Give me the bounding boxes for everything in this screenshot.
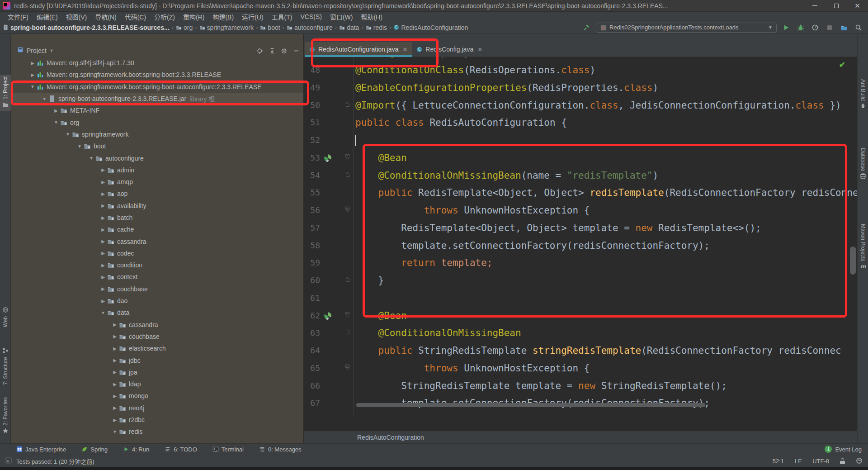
tree-row[interactable]: ▶Maven: org.springframework.boot:spring-… (11, 69, 303, 81)
toolwindow-button-4-run[interactable]: 4: Run (123, 446, 149, 453)
chevron-expanded-icon[interactable]: ▼ (111, 429, 118, 434)
tree-row[interactable]: ▶cassandra (11, 319, 303, 331)
menu-item[interactable]: 文件(F) (4, 12, 33, 21)
spring-bean-gutter-icon[interactable] (324, 154, 332, 162)
toolwindow-button-java-enterprise[interactable]: EEJava Enterprise (16, 446, 66, 453)
fold-marker-icon[interactable] (344, 154, 351, 162)
chevron-collapsed-icon[interactable]: ▶ (111, 358, 118, 363)
code-line-62[interactable]: 62 @Bean (304, 307, 848, 325)
chevron-collapsed-icon[interactable]: ▶ (111, 370, 118, 375)
code-line-55[interactable]: 55 public RedisTemplate<Object, Object> … (304, 184, 848, 202)
toolwindow-tab-7-structure[interactable]: 7: Structure (0, 347, 11, 385)
code-line-68[interactable]: 68 return template; (304, 412, 848, 415)
collapse-all-icon[interactable] (269, 47, 275, 54)
code-line-54[interactable]: 54 @ConditionalOnMissingBean(name = "red… (304, 167, 848, 185)
tree-row[interactable]: ▶couchbase (11, 331, 303, 342)
menu-item[interactable]: 编辑(E) (33, 12, 62, 21)
toolwindow-switcher-icon[interactable] (5, 457, 12, 465)
chevron-collapsed-icon[interactable]: ▶ (99, 167, 107, 172)
vertical-scrollbar[interactable] (850, 247, 856, 275)
tree-row[interactable]: ▼autoconfigure (11, 152, 303, 164)
chevron-collapsed-icon[interactable]: ▶ (99, 275, 107, 280)
chevron-expanded-icon[interactable]: ▼ (99, 310, 107, 315)
tree-row[interactable]: ▶couchbase (11, 283, 303, 295)
code-line-65[interactable]: 65 throws UnknownHostException { (304, 360, 848, 377)
settings-icon[interactable] (281, 47, 288, 54)
tree-row[interactable]: ▶admin (11, 164, 303, 176)
stop-button[interactable] (825, 23, 835, 33)
horizontal-scrollbar[interactable] (356, 403, 705, 407)
fold-marker-icon[interactable] (344, 101, 351, 109)
toolwindow-tab-ant-build[interactable]: Ant Build (858, 79, 868, 110)
fold-marker-icon[interactable] (344, 206, 351, 214)
tree-row[interactable]: ▶codec (11, 247, 303, 259)
chevron-collapsed-icon[interactable]: ▶ (29, 72, 36, 77)
menu-item[interactable]: 帮助(H) (357, 12, 386, 21)
menu-item[interactable]: 分析(Z) (150, 12, 179, 21)
tree-row[interactable]: ▼org (11, 116, 303, 128)
chevron-collapsed-icon[interactable]: ▶ (99, 286, 107, 291)
chevron-collapsed-icon[interactable]: ▶ (111, 394, 118, 399)
chevron-collapsed-icon[interactable]: ▶ (99, 180, 107, 185)
tree-row[interactable]: ▶aop (11, 188, 303, 199)
tree-row[interactable]: ▼data (11, 307, 303, 318)
chevron-collapsed-icon[interactable]: ▶ (111, 346, 118, 351)
chevron-collapsed-icon[interactable]: ▶ (52, 108, 60, 113)
tree-row[interactable]: ▶availability (11, 200, 303, 212)
run-button[interactable] (781, 23, 791, 33)
search-everywhere-icon[interactable] (854, 23, 863, 33)
breadcrumb-item[interactable]: spring-boot-autoconfigure-2.3.3.RELEASE-… (3, 24, 170, 31)
chevron-expanded-icon[interactable]: ▼ (52, 120, 60, 125)
breadcrumb-item[interactable]: redis (366, 24, 387, 31)
fold-marker-icon[interactable] (344, 171, 351, 180)
menu-item[interactable]: 工具(T) (268, 12, 297, 21)
code-line-49[interactable]: 49@EnableConfigurationProperties(RedisPr… (304, 79, 848, 97)
chevron-expanded-icon[interactable]: ▼ (76, 144, 83, 149)
tree-row[interactable]: ▶META-INF (11, 104, 303, 116)
chevron-collapsed-icon[interactable]: ▶ (99, 263, 107, 268)
spring-bean-gutter-icon[interactable] (324, 312, 332, 320)
breadcrumb-item[interactable]: springframework (199, 24, 254, 31)
hide-icon[interactable] (293, 47, 300, 54)
line-separator[interactable]: LF (795, 458, 802, 465)
code-line-57[interactable]: 57 RedisTemplate<Object, Object> templat… (304, 219, 848, 237)
fold-marker-icon[interactable] (344, 364, 351, 372)
tree-row[interactable]: ▶r2dbc (11, 414, 303, 426)
breadcrumb-item[interactable]: org (176, 24, 193, 31)
toolwindow-tab-1-project[interactable]: 1: Project (0, 75, 11, 111)
chevron-expanded-icon[interactable]: ▼ (41, 96, 48, 101)
fold-marker-icon[interactable] (344, 312, 351, 320)
tree-row[interactable]: ▶batch (11, 212, 303, 223)
chevron-collapsed-icon[interactable]: ▶ (111, 405, 118, 410)
code-area[interactable]: 47@Configuration(proxyBeanMethods = fals… (304, 57, 857, 415)
file-encoding[interactable]: UTF-8 (812, 458, 829, 465)
code-line-52[interactable]: 52 (304, 132, 848, 149)
status-message[interactable]: Tests passed: 1 (20 分钟之前) (16, 457, 94, 465)
code-line-61[interactable]: 61 (304, 290, 848, 307)
chevron-collapsed-icon[interactable]: ▶ (111, 418, 118, 423)
code-line-51[interactable]: 51public class RedisAutoConfiguration { (304, 114, 848, 132)
run-configuration-select[interactable]: Redis02SpringbootApplicationTests.contex… (596, 23, 777, 33)
tree-row[interactable]: ▶context (11, 271, 303, 283)
tree-row[interactable]: ▼spring-boot-autoconfigure-2.3.3.RELEASE… (11, 93, 303, 104)
breadcrumb-item[interactable]: boot (260, 24, 280, 31)
toolwindow-button-terminal[interactable]: Terminal (212, 446, 244, 453)
fold-marker-icon[interactable] (344, 276, 351, 285)
toolwindow-button-spring[interactable]: Spring (81, 446, 108, 453)
debug-button[interactable] (796, 23, 806, 33)
code-line-63[interactable]: 63 @ConditionalOnMissingBean (304, 324, 848, 342)
chevron-down-icon[interactable]: ▼ (50, 48, 54, 53)
chevron-collapsed-icon[interactable]: ▶ (111, 334, 118, 339)
event-log-button[interactable]: 1Event Log (825, 446, 862, 453)
toolwindow-tab-maven-projects[interactable]: Maven Projectsm (858, 224, 868, 271)
tree-row[interactable]: ▶Maven: org.slf4j:slf4j-api:1.7.30 (11, 57, 303, 69)
tree-row[interactable]: ▶elasticsearch (11, 342, 303, 354)
tree-row[interactable]: ▼Maven: org.springframework.boot:spring-… (11, 81, 303, 93)
breadcrumb-item[interactable]: data (339, 24, 359, 31)
tree-row[interactable]: ▶neo4j (11, 402, 303, 414)
menu-item[interactable]: 重构(R) (179, 12, 208, 21)
toolwindow-tab-database[interactable]: Database (858, 148, 868, 180)
minimize-button[interactable] (804, 0, 826, 12)
code-line-59[interactable]: 59 return template; (304, 254, 848, 272)
tree-row[interactable]: ▶condition (11, 259, 303, 271)
